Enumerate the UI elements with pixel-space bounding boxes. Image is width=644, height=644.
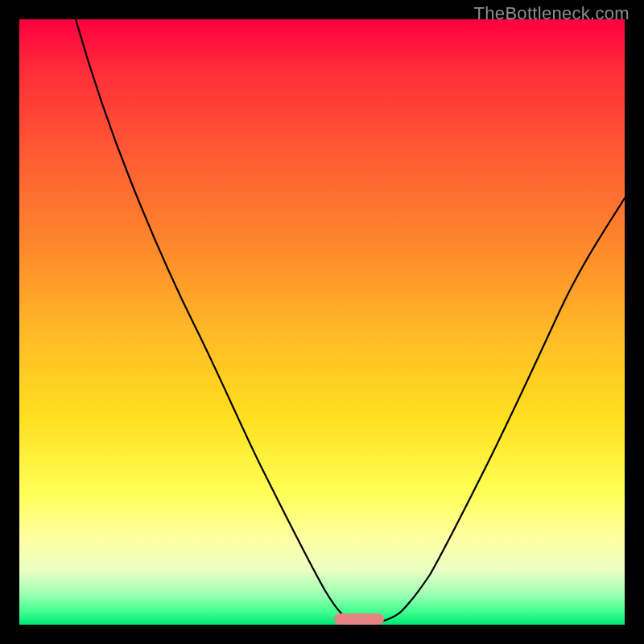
watermark-text: TheBottleneck.com [474,3,630,24]
chart-stage: TheBottleneck.com [0,0,644,644]
curve-svg [19,19,625,625]
left-branch-path [76,19,353,621]
right-branch-path [382,198,625,621]
plot-area [19,19,625,625]
bottom-marker [334,613,384,625]
